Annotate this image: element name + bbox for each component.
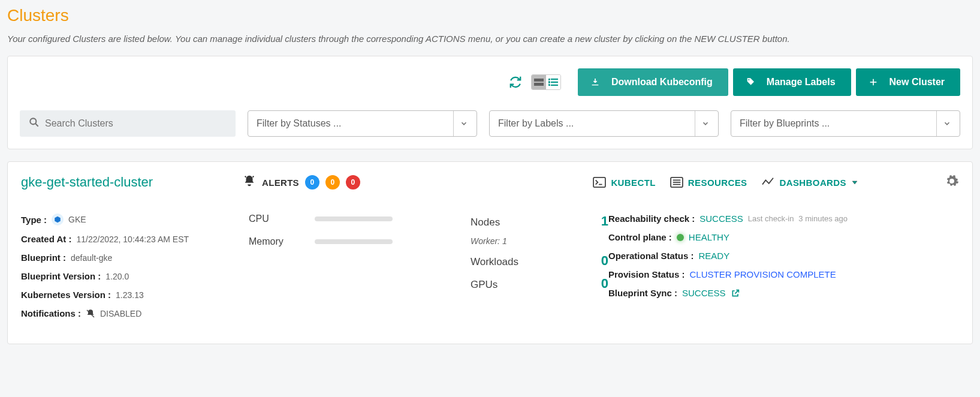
- memory-label: Memory: [249, 236, 291, 247]
- svg-rect-14: [593, 178, 605, 187]
- blueprint-val: default-gke: [71, 253, 112, 263]
- filter-blueprints-select[interactable]: Filter by Blueprints ...: [731, 110, 960, 137]
- svg-point-5: [548, 79, 550, 80]
- k8sver-key: Kubernetes Version :: [21, 290, 111, 300]
- alert-badge-info[interactable]: 0: [305, 175, 319, 190]
- filter-blueprints-label: Filter by Blueprints ...: [740, 118, 830, 129]
- cluster-usage: CPU Memory: [249, 213, 471, 327]
- provstatus-key: Provision Status :: [608, 269, 685, 279]
- opstatus-key: Operational Status :: [608, 251, 694, 261]
- resources-link[interactable]: RESOURCES: [670, 177, 747, 188]
- cpu-bar: [315, 216, 393, 221]
- refresh-icon[interactable]: [505, 71, 526, 93]
- created-val: 11/22/2022, 10:44:23 AM EST: [76, 234, 189, 244]
- health-dot-icon: [677, 234, 684, 241]
- chevron-down-icon: [453, 111, 468, 136]
- filter-labels-select[interactable]: Filter by Labels ...: [489, 110, 719, 137]
- bpver-val: 1.20.0: [105, 272, 129, 281]
- k8sver-val: 1.23.13: [116, 290, 144, 300]
- svg-point-9: [748, 79, 749, 80]
- nodes-label: Nodes: [471, 216, 500, 228]
- blueprint-key: Blueprint :: [21, 252, 66, 263]
- page-description: Your configured Clusters are listed belo…: [7, 34, 973, 44]
- opstatus-val: READY: [699, 251, 730, 261]
- cplane-val: HEALTHY: [689, 232, 729, 242]
- card-view-icon[interactable]: [532, 75, 546, 89]
- reach-key: Reachability check :: [608, 213, 695, 224]
- worker-label: Worker:: [471, 236, 500, 246]
- list-view-icon[interactable]: [546, 75, 560, 89]
- chevron-down-icon: [936, 111, 951, 136]
- tag-icon: [745, 77, 756, 88]
- gpus-label: GPUs: [471, 279, 497, 291]
- download-kubeconfig-button[interactable]: Download Kubeconfig: [578, 68, 728, 96]
- svg-marker-21: [55, 216, 61, 222]
- chevron-down-icon: [695, 111, 710, 136]
- new-cluster-label: New Cluster: [889, 77, 945, 88]
- bell-icon: [243, 175, 256, 190]
- open-external-icon[interactable]: [731, 288, 740, 298]
- bell-off-icon: [86, 309, 95, 318]
- cpu-label: CPU: [249, 213, 291, 224]
- notif-val: DISABLED: [100, 309, 141, 318]
- alerts-label: ALERTS: [262, 178, 299, 188]
- workloads-label: Workloads: [471, 256, 518, 268]
- memory-bar: [315, 239, 393, 244]
- search-clusters-input[interactable]: [45, 118, 227, 129]
- view-toggle: [531, 74, 561, 90]
- svg-rect-0: [534, 79, 544, 82]
- cluster-card: gke-get-started-cluster ALERTS 0 0 0 KUB…: [7, 161, 973, 344]
- gke-icon: [52, 213, 64, 225]
- kubectl-label: KUBECTL: [611, 178, 655, 188]
- alert-badge-warn[interactable]: 0: [325, 175, 340, 190]
- svg-point-6: [548, 82, 550, 83]
- type-val: GKE: [68, 215, 86, 224]
- cluster-counts: Nodes 1 Worker: 1 Workloads 0 GPUs 0: [471, 213, 608, 327]
- alerts-group: ALERTS 0 0 0: [243, 175, 360, 190]
- manage-labels-label: Manage Labels: [767, 77, 836, 88]
- svg-marker-20: [852, 181, 857, 184]
- nodes-val: 1: [601, 213, 608, 229]
- plus-icon: [868, 77, 879, 88]
- dashboards-label: DASHBOARDS: [779, 178, 846, 188]
- svg-rect-1: [534, 83, 544, 86]
- search-clusters-box[interactable]: [20, 110, 236, 137]
- provstatus-val[interactable]: CLUSTER PROVISION COMPLETE: [690, 269, 836, 279]
- notif-key: Notifications :: [21, 308, 81, 318]
- download-kubeconfig-label: Download Kubeconfig: [611, 77, 713, 88]
- kubectl-link[interactable]: KUBECTL: [593, 177, 655, 188]
- gear-icon[interactable]: [945, 174, 959, 191]
- type-key: Type :: [21, 215, 47, 225]
- resources-label: RESOURCES: [688, 178, 747, 188]
- reach-val: SUCCESS: [699, 213, 743, 224]
- bpsync-key: Blueprint Sync :: [608, 288, 677, 298]
- bpver-key: Blueprint Version :: [21, 271, 101, 281]
- filter-statuses-select[interactable]: Filter by Statuses ...: [248, 110, 477, 137]
- worker-val: 1: [502, 236, 507, 246]
- download-icon: [590, 77, 601, 88]
- svg-point-12: [30, 118, 36, 124]
- cluster-info: Type : GKE Created At : 11/22/2022, 10:4…: [21, 213, 249, 327]
- chevron-down-icon: [851, 179, 858, 186]
- workloads-val: 0: [601, 253, 608, 269]
- cluster-status: Reachability check : SUCCESS Last check-…: [608, 213, 959, 327]
- manage-labels-button[interactable]: Manage Labels: [733, 68, 851, 96]
- svg-point-7: [548, 85, 550, 86]
- gpus-val: 0: [601, 276, 608, 291]
- page-title: Clusters: [7, 6, 973, 25]
- search-icon: [28, 116, 40, 131]
- new-cluster-button[interactable]: New Cluster: [856, 68, 960, 96]
- toolbar-panel: Download Kubeconfig Manage Labels New Cl…: [7, 56, 973, 149]
- reach-hint-pre: Last check-in: [748, 214, 794, 223]
- reach-hint: 3 minutes ago: [798, 214, 848, 223]
- cplane-key: Control plane :: [608, 232, 672, 242]
- dashboards-link[interactable]: DASHBOARDS: [761, 177, 858, 188]
- svg-rect-8: [592, 85, 599, 85]
- filter-statuses-label: Filter by Statuses ...: [257, 118, 341, 129]
- bpsync-val: SUCCESS: [682, 288, 726, 298]
- cluster-name-link[interactable]: gke-get-started-cluster: [21, 175, 153, 190]
- filter-labels-label: Filter by Labels ...: [498, 118, 574, 129]
- svg-line-13: [35, 124, 38, 127]
- alert-badge-error[interactable]: 0: [346, 175, 360, 190]
- created-key: Created At :: [21, 234, 71, 244]
